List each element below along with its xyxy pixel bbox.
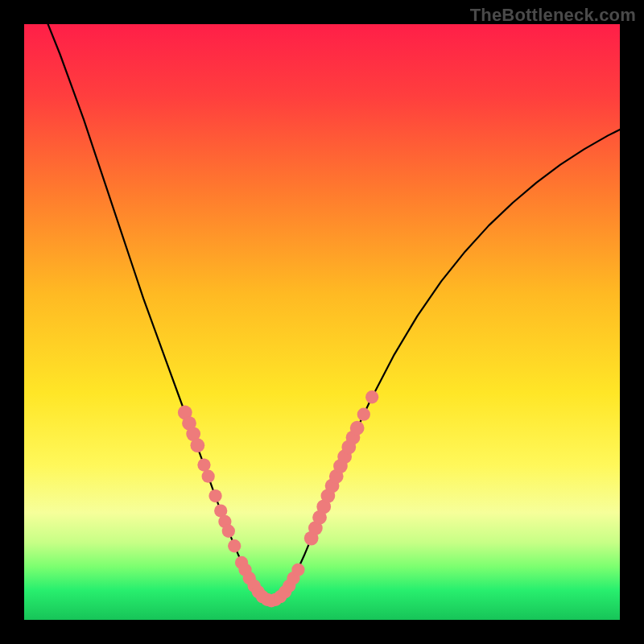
watermark-text: TheBottleneck.com [470, 5, 636, 26]
plot-area [24, 24, 620, 620]
chart-frame: TheBottleneck.com [0, 0, 644, 644]
marker-dot [357, 408, 370, 421]
marker-dot [365, 390, 378, 403]
marker-dot [190, 438, 204, 452]
marker-dot [197, 458, 210, 471]
marker-dot [291, 564, 304, 576]
marker-dot [202, 470, 215, 483]
curve-markers [24, 24, 620, 620]
marker-dot [228, 539, 241, 552]
marker-dot [208, 489, 221, 502]
marker-dot [350, 421, 365, 436]
marker-dot [222, 525, 235, 538]
